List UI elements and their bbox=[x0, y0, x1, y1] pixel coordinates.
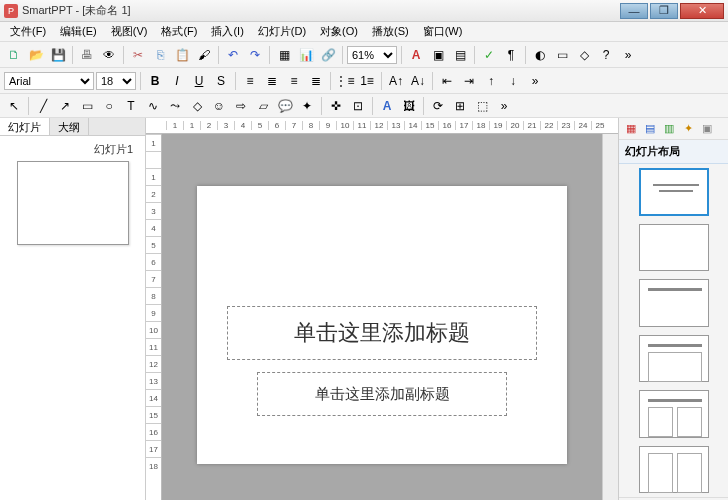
bold-icon[interactable]: B bbox=[145, 71, 165, 91]
block-arrows-icon[interactable]: ⇨ bbox=[231, 96, 251, 116]
separator bbox=[381, 72, 382, 90]
redo-icon[interactable]: ↷ bbox=[245, 45, 265, 65]
menu-file[interactable]: 文件(F) bbox=[4, 22, 52, 41]
separator bbox=[525, 46, 526, 64]
print-icon[interactable]: 🖶 bbox=[77, 45, 97, 65]
flowchart-icon[interactable]: ▱ bbox=[253, 96, 273, 116]
font-combo[interactable]: Arial bbox=[4, 72, 94, 90]
font-color-a-icon[interactable]: A bbox=[406, 45, 426, 65]
ellipse-icon[interactable]: ○ bbox=[99, 96, 119, 116]
task-layout-icon[interactable]: ▤ bbox=[642, 121, 658, 137]
open-icon[interactable]: 📂 bbox=[26, 45, 46, 65]
italic-icon[interactable]: I bbox=[167, 71, 187, 91]
menu-edit[interactable]: 编辑(E) bbox=[54, 22, 103, 41]
slide[interactable]: 单击这里添加标题 单击这里添加副标题 bbox=[197, 186, 567, 464]
layout-two-content[interactable] bbox=[639, 390, 709, 437]
numbering-icon[interactable]: 1≡ bbox=[357, 71, 377, 91]
bullets-icon[interactable]: ⋮≡ bbox=[335, 71, 355, 91]
chart-icon[interactable]: 📊 bbox=[296, 45, 316, 65]
font-size-combo[interactable]: 18 bbox=[96, 72, 136, 90]
select-icon[interactable]: ↖ bbox=[4, 96, 24, 116]
menu-slide[interactable]: 幻灯片(D) bbox=[252, 22, 312, 41]
layout-blank[interactable] bbox=[639, 224, 709, 271]
tab-outline[interactable]: 大纲 bbox=[50, 118, 89, 135]
task-master-icon[interactable]: ▦ bbox=[623, 121, 639, 137]
align-justify-icon[interactable]: ≣ bbox=[306, 71, 326, 91]
slide-layout-icon[interactable]: ▤ bbox=[450, 45, 470, 65]
spelling-icon[interactable]: ✓ bbox=[479, 45, 499, 65]
insert-image-icon[interactable]: 🖼 bbox=[399, 96, 419, 116]
menu-object[interactable]: 对象(O) bbox=[314, 22, 364, 41]
save-icon[interactable]: 💾 bbox=[48, 45, 68, 65]
help-icon[interactable]: ? bbox=[596, 45, 616, 65]
task-trans-icon[interactable]: ▣ bbox=[699, 121, 715, 137]
callouts-icon[interactable]: 💬 bbox=[275, 96, 295, 116]
rotate-icon[interactable]: ⟳ bbox=[428, 96, 448, 116]
connector-icon[interactable]: ⤳ bbox=[165, 96, 185, 116]
gallery-icon[interactable]: ▭ bbox=[552, 45, 572, 65]
line-icon[interactable]: ╱ bbox=[33, 96, 53, 116]
decrease-font-icon[interactable]: A↓ bbox=[408, 71, 428, 91]
task-table-icon[interactable]: ▥ bbox=[661, 121, 677, 137]
slide-canvas[interactable]: 单击这里添加标题 单击这里添加副标题 bbox=[162, 134, 602, 500]
table-icon[interactable]: ▦ bbox=[274, 45, 294, 65]
align-right-icon[interactable]: ≡ bbox=[284, 71, 304, 91]
menu-window[interactable]: 窗口(W) bbox=[417, 22, 469, 41]
move-down-icon[interactable]: ↓ bbox=[503, 71, 523, 91]
undo-icon[interactable]: ↶ bbox=[223, 45, 243, 65]
stars-icon[interactable]: ✦ bbox=[297, 96, 317, 116]
maximize-button[interactable]: ❐ bbox=[650, 3, 678, 19]
menu-format[interactable]: 格式(F) bbox=[155, 22, 203, 41]
shapes-icon[interactable]: ◐ bbox=[530, 45, 550, 65]
shadow-icon[interactable]: S bbox=[211, 71, 231, 91]
slide-show-icon[interactable]: ▣ bbox=[428, 45, 448, 65]
fontwork-icon[interactable]: A bbox=[377, 96, 397, 116]
increase-font-icon[interactable]: A↑ bbox=[386, 71, 406, 91]
layout-content-only[interactable] bbox=[639, 446, 709, 493]
task-anim-icon[interactable]: ✦ bbox=[680, 121, 696, 137]
align-center-icon[interactable]: ≣ bbox=[262, 71, 282, 91]
text-tool-icon[interactable]: ¶ bbox=[501, 45, 521, 65]
menu-view[interactable]: 视图(V) bbox=[105, 22, 154, 41]
promote-icon[interactable]: ⇤ bbox=[437, 71, 457, 91]
app-icon: P bbox=[4, 4, 18, 18]
arrow-icon[interactable]: ↗ bbox=[55, 96, 75, 116]
title-placeholder[interactable]: 单击这里添加标题 bbox=[227, 306, 537, 360]
move-up-icon[interactable]: ↑ bbox=[481, 71, 501, 91]
close-button[interactable]: ✕ bbox=[680, 3, 724, 19]
more-icon[interactable]: » bbox=[494, 96, 514, 116]
hyperlink-icon[interactable]: 🔗 bbox=[318, 45, 338, 65]
cut-icon[interactable]: ✂ bbox=[128, 45, 148, 65]
basic-shapes-icon[interactable]: ◇ bbox=[187, 96, 207, 116]
arrange-icon[interactable]: ⬚ bbox=[472, 96, 492, 116]
tab-slides[interactable]: 幻灯片 bbox=[0, 118, 50, 135]
minimize-button[interactable]: — bbox=[620, 3, 648, 19]
underline-icon[interactable]: U bbox=[189, 71, 209, 91]
vertical-scrollbar[interactable] bbox=[602, 134, 618, 500]
layout-title-only[interactable] bbox=[639, 279, 709, 326]
navigator-icon[interactable]: ◇ bbox=[574, 45, 594, 65]
menu-insert[interactable]: 插入(I) bbox=[205, 22, 249, 41]
text-box-icon[interactable]: T bbox=[121, 96, 141, 116]
glue-icon[interactable]: ⊡ bbox=[348, 96, 368, 116]
format-painter-icon[interactable]: 🖌 bbox=[194, 45, 214, 65]
slide-thumb-1[interactable] bbox=[17, 161, 129, 245]
menu-play[interactable]: 播放(S) bbox=[366, 22, 415, 41]
paste-icon[interactable]: 📋 bbox=[172, 45, 192, 65]
align-left-icon[interactable]: ≡ bbox=[240, 71, 260, 91]
curve-icon[interactable]: ∿ bbox=[143, 96, 163, 116]
rectangle-icon[interactable]: ▭ bbox=[77, 96, 97, 116]
print-preview-icon[interactable]: 👁 bbox=[99, 45, 119, 65]
subtitle-placeholder[interactable]: 单击这里添加副标题 bbox=[257, 372, 507, 416]
demote-icon[interactable]: ⇥ bbox=[459, 71, 479, 91]
align-icon[interactable]: ⊞ bbox=[450, 96, 470, 116]
symbol-shapes-icon[interactable]: ☺ bbox=[209, 96, 229, 116]
more-icon[interactable]: » bbox=[525, 71, 545, 91]
layout-title-content[interactable] bbox=[639, 335, 709, 382]
points-icon[interactable]: ✜ bbox=[326, 96, 346, 116]
more-icon[interactable]: » bbox=[618, 45, 638, 65]
copy-icon[interactable]: ⎘ bbox=[150, 45, 170, 65]
zoom-combo[interactable]: 61% bbox=[347, 46, 397, 64]
new-icon[interactable]: 🗋 bbox=[4, 45, 24, 65]
layout-title-slide[interactable] bbox=[639, 168, 709, 216]
